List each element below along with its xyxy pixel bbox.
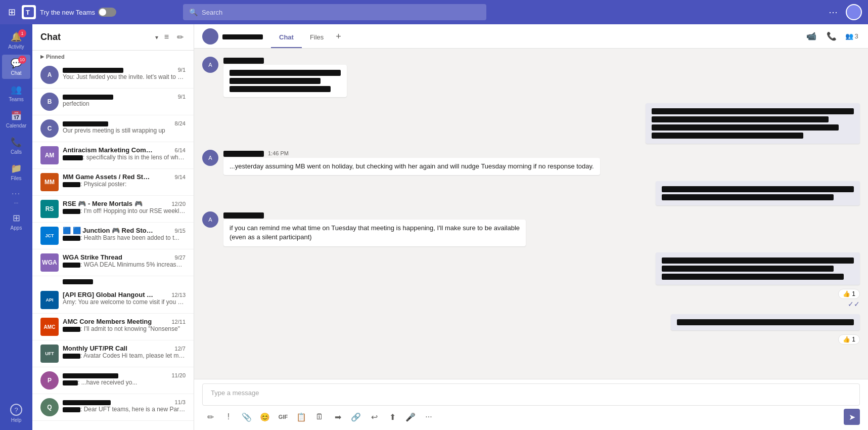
chat-list-item[interactable]: P 11/20 : ...have received yo... [32,367,194,394]
chat-item-top: 11/20 [63,371,186,379]
emoji-icon[interactable]: 😊 [257,409,273,425]
sidebar-title: Chat [40,32,151,42]
chat-item-name [63,119,108,127]
search-box[interactable]: 🔍 [183,4,486,20]
chat-item-top: Monthly UFT/PR Call 12/7 [63,345,186,352]
chat-item-time: 9/1 [178,67,186,73]
chat-item-name: Monthly UFT/PR Call [63,345,127,352]
gif-icon[interactable]: GIF [275,409,291,425]
try-new-teams-toggle[interactable] [98,8,116,17]
chat-list-item[interactable]: MM MM Game Assets / Red Storm Weekly 9/1… [32,169,194,196]
send-button[interactable]: ➤ [844,409,860,425]
tab-chat[interactable]: Chat [271,27,302,48]
filter-icon[interactable]: ≡ [162,30,171,44]
sidebar-header-icons: ≡ ✏ [162,30,186,44]
chat-header: Chat Files + 📹 📞 👥 3 [194,24,868,49]
chat-partner-name [222,32,263,40]
waffle-icon[interactable]: ⊞ [6,5,18,20]
video-call-button[interactable]: 📹 [803,28,819,45]
chat-item-preview: : Physical poster: [63,181,186,188]
chat-item-preview: You: Just fwded you the invite. let's wa… [63,73,186,80]
chat-title-chevron[interactable]: ▾ [155,34,158,41]
message-sender [223,211,264,219]
user-avatar[interactable] [846,4,862,20]
chat-list-item[interactable]: WGA WGA Strike Thread 9/27 : WGA DEAL Mi… [32,249,194,276]
schedule-icon[interactable]: 🗓 [311,409,328,425]
format-icon[interactable]: ✏ [202,409,218,425]
avatar: AM [40,146,59,164]
nav-item-activity[interactable]: 1 🔔 Activity [2,28,30,53]
pinned-section: ▶ Pinned [32,51,194,62]
chat-item-name: 🟦 🟦 Junction 🎮 Red Storm 🎮 Ubi-... [63,227,154,234]
chat-item-time: 12/13 [171,292,186,298]
chat-item-body: RSE 🎮 - Mere Mortals 🎮 12/20 : I'm off! … [63,200,186,218]
message-bubble: if you can remind me what time on Tuesda… [223,220,526,246]
try-new-teams-label: Try the new Teams [40,8,116,17]
praise-icon[interactable]: ↩ [366,409,382,425]
chat-list-item[interactable]: Q 11/3 : Dear UFT teams, here is a new P… [32,394,194,421]
chat-list-item[interactable]: RS RSE 🎮 - Mere Mortals 🎮 12/20 : I'm of… [32,196,194,223]
main-area: Chat Files + 📹 📞 👥 3 A [194,24,868,430]
activity-label: Activity [8,44,24,50]
chat-item-time: 12/7 [175,346,186,352]
message-content [656,181,860,205]
nav-item-calls[interactable]: 📞 Calls [2,134,30,158]
more-compose-icon[interactable]: ··· [421,409,437,425]
chat-list-item[interactable]: AM Antiracism Marketing Committee - We..… [32,142,194,169]
chat-item-preview: : I'll admit to not knowing "Nonsense" [63,325,186,332]
redacted-sub-row [32,276,194,287]
compose-input[interactable]: Type a message [202,383,860,406]
attach-icon[interactable]: 📎 [239,409,255,425]
search-input[interactable] [202,9,480,16]
message-row: A [202,57,860,97]
nav-item-apps[interactable]: ⊞ Apps [2,209,30,234]
audio-call-button[interactable]: 📞 [824,28,840,45]
message-sender [223,57,264,64]
important-icon[interactable]: ! [220,409,237,425]
message-bubble [656,181,860,205]
nav-item-help[interactable]: ? Help [2,401,30,426]
chat-list-item[interactable]: C 8/24 Our previs meeting is still wrapp… [32,115,194,142]
chat-list-item[interactable]: JCT 🟦 🟦 Junction 🎮 Red Storm 🎮 Ubi-... 9… [32,223,194,249]
nav-item-more[interactable]: ··· ... [2,186,30,207]
chat-item-body: Antiracism Marketing Committee - We... 6… [63,146,186,164]
chat-list-item[interactable]: UFT Monthly UFT/PR Call 12/7 : Avatar Co… [32,340,194,367]
chat-item-name: WGA Strike Thread [63,253,122,261]
chat-item-time: 9/14 [175,174,186,180]
chat-item-name: Antiracism Marketing Committee - We... [63,146,154,154]
message-content: if you can remind me what time on Tuesda… [223,211,526,246]
chat-label: Chat [11,70,21,76]
loop-icon[interactable]: 🔗 [348,409,364,425]
chat-list-item[interactable]: AMC AMC Core Members Meeting 12/11 : I'l… [32,314,194,340]
avatar: MM [40,173,59,191]
chat-item-preview: : Health Bars have been added to t... [63,234,186,241]
nav-item-chat[interactable]: 10 💬 Chat [2,55,30,79]
chat-item-name: AMC Core Members Meeting [63,318,152,325]
chat-item-name [63,93,113,100]
send-link-icon[interactable]: ➡ [330,409,346,425]
nav-item-calendar[interactable]: 📅 Calendar [2,107,30,132]
chat-list-item[interactable]: A 9/1 You: Just fwded you the invite. le… [32,62,194,89]
chat-list-item[interactable]: B 9/1 perfection [32,89,194,115]
tab-files[interactable]: Files [302,27,332,48]
avatar: UFT [40,345,59,363]
compose-icon[interactable]: ✏ [175,30,186,44]
chevron-right-icon: ▶ [40,54,44,59]
nav-item-files[interactable]: 📁 Files [2,160,30,184]
chat-item-name: RSE 🎮 - Mere Mortals 🎮 [63,200,143,207]
chat-item-top: 8/24 [63,119,186,127]
chat-item-name [63,66,123,73]
avatar: C [40,119,59,138]
chat-item-time: 9/1 [178,94,186,100]
calls-icon: 📞 [11,137,22,148]
settings-icon[interactable]: ⋯ [827,5,840,20]
message-avatar: A [202,150,218,166]
message-avatar: A [202,211,218,228]
sticker-icon[interactable]: 📋 [293,409,309,425]
add-tab-button[interactable]: + [332,25,345,48]
dictate-icon[interactable]: ⬆ [384,409,400,425]
chat-list-item[interactable]: API [API ERG] Global Hangout - Holiday E… [32,287,194,314]
audio-icon[interactable]: 🎤 [402,409,419,425]
nav-item-teams[interactable]: 👥 Teams [2,81,30,105]
participants-button[interactable]: 👥 3 [844,28,860,45]
